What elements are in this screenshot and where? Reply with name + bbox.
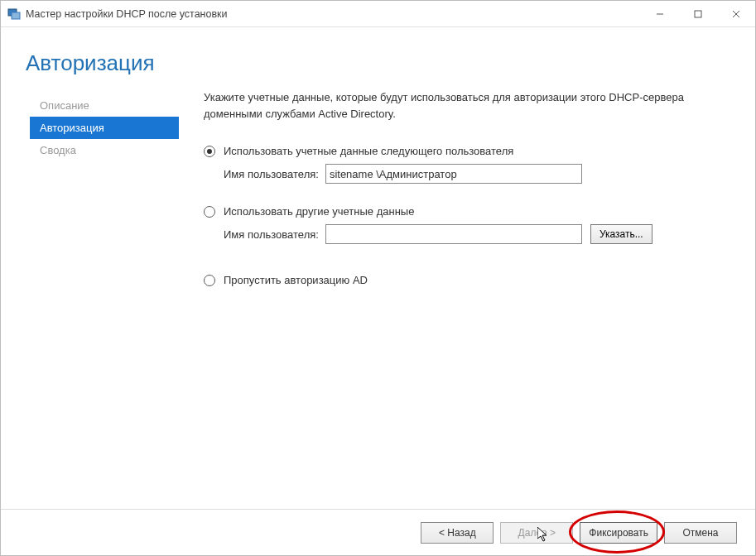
username-label-other: Имя пользователя: [224,228,319,241]
window-controls [641,1,755,26]
next-button: Далее > [500,522,573,544]
commit-button[interactable]: Фиксировать [580,522,657,544]
username-row-other: Имя пользователя: Указать... [224,224,730,244]
option-use-other: Использовать другие учетные данные Имя п… [204,205,730,244]
username-input-other[interactable] [325,224,582,244]
radio-use-following[interactable] [204,146,215,157]
cancel-button[interactable]: Отмена [664,522,737,544]
sidebar: Описание Авторизация Сводка [30,89,179,161]
intro-text: Укажите учетные данные, которые будут ис… [204,89,730,122]
radio-row-skip[interactable]: Пропустить авторизацию AD [204,274,730,286]
body: Описание Авторизация Сводка Укажите учет… [1,84,755,300]
window: Мастер настройки DHCP после установки Ав… [0,0,756,556]
radio-label-use-following: Использовать учетные данные следующего п… [224,145,513,157]
svg-rect-3 [695,11,701,17]
radio-row-use-following[interactable]: Использовать учетные данные следующего п… [204,145,730,157]
sidebar-step-authorization[interactable]: Авторизация [30,117,179,139]
footer: < Назад Далее > Фиксировать Отмена [1,509,755,555]
radio-use-other[interactable] [204,206,215,218]
back-button[interactable]: < Назад [421,522,494,544]
option-skip: Пропустить авторизацию AD [204,274,730,286]
option-use-following: Использовать учетные данные следующего п… [204,145,730,184]
titlebar: Мастер настройки DHCP после установки [1,1,755,27]
page-heading: Авторизация [1,27,755,84]
radio-label-use-other: Использовать другие учетные данные [224,205,414,218]
svg-rect-1 [12,12,20,19]
maximize-button[interactable] [679,1,717,26]
specify-button[interactable]: Указать... [590,224,652,244]
username-label-following: Имя пользователя: [224,168,319,180]
minimize-button[interactable] [641,1,679,26]
radio-skip[interactable] [204,275,215,286]
radio-label-skip: Пропустить авторизацию AD [224,274,368,286]
radio-row-use-other[interactable]: Использовать другие учетные данные [204,205,730,218]
username-row-following: Имя пользователя: [224,164,730,184]
window-title: Мастер настройки DHCP после установки [26,8,641,20]
sidebar-step-description[interactable]: Описание [30,94,179,117]
username-input-following [325,164,582,184]
close-button[interactable] [717,1,755,26]
app-icon [7,7,21,21]
main-area: Укажите учетные данные, которые будут ис… [179,89,755,300]
sidebar-step-summary[interactable]: Сводка [30,139,179,161]
